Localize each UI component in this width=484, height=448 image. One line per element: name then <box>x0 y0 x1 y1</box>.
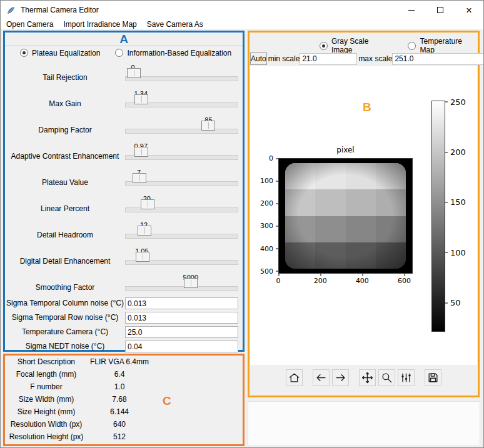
pixel-patch <box>315 242 345 269</box>
pixel-patch <box>376 189 406 216</box>
auto-button[interactable]: Auto <box>250 52 267 65</box>
slider-row-digital-detail-enhancement: Digital Detail Enhancement 1.05 <box>5 244 243 270</box>
slider-label: Plateau Value <box>5 165 125 191</box>
colorbar-tick-label: 150 <box>450 197 466 207</box>
radio-information-based-equalization[interactable]: Information-Based Equalization <box>115 49 231 57</box>
slider-track[interactable] <box>125 181 238 186</box>
table-row[interactable]: Focal length (mm) 6.4 <box>5 368 243 381</box>
home-icon <box>288 372 300 384</box>
pixel-patch <box>285 216 315 242</box>
pixel-patch <box>315 189 345 216</box>
zoom-button[interactable] <box>378 369 395 386</box>
slider-track[interactable] <box>125 234 238 239</box>
slider-handle[interactable] <box>127 68 141 78</box>
slider-row-detail-headroom: Detail Headroom 12 <box>5 217 243 244</box>
table-row[interactable]: Resolution Width (px) 640 <box>5 418 243 431</box>
minimize-button[interactable] <box>397 1 426 19</box>
colorbar-tick-label: 50 <box>450 298 461 307</box>
scale-controls-row: Auto min scale max scale <box>250 52 477 65</box>
slider-handle[interactable] <box>184 278 198 288</box>
field-row-sigma-temporal-row-noise: Sigma Temporal Row noise (°C) <box>5 311 243 325</box>
info-label: Resolution Height (px) <box>5 432 88 441</box>
slider-track[interactable] <box>125 286 238 291</box>
field-label: Temperature Camera (°C) <box>5 328 125 336</box>
radio-label: Information-Based Equalization <box>127 49 231 57</box>
slider-handle[interactable] <box>136 252 149 262</box>
radio-plateau-equalization[interactable]: Plateau Equalization <box>20 49 100 57</box>
min-scale-input[interactable] <box>300 53 357 65</box>
status-area <box>248 401 480 446</box>
pixel-patch <box>285 189 315 216</box>
close-icon: × <box>466 5 472 16</box>
info-value: FLIR VGA 6.4mm <box>88 357 151 366</box>
table-row[interactable]: Size Height (mm) 6.144 <box>5 406 243 418</box>
slider-track[interactable] <box>125 102 238 107</box>
slider-track[interactable] <box>125 76 238 81</box>
table-row[interactable]: Short Description FLIR VGA 6.4mm <box>5 356 243 368</box>
menu-save-camera-as[interactable]: Save Camera As <box>142 19 208 29</box>
slider-label: Max Gain <box>5 86 125 112</box>
colorbar <box>431 101 445 332</box>
maximize-button[interactable] <box>426 1 455 19</box>
info-label: Size Width (mm) <box>5 395 88 404</box>
table-row[interactable]: Size Width (mm) 7.68 <box>5 393 243 406</box>
slider-track[interactable] <box>125 207 238 212</box>
x-tick-label: 600 <box>398 277 411 285</box>
save-figure-button[interactable] <box>425 369 441 386</box>
equalization-mode-row: Plateau Equalization Information-Based E… <box>5 46 243 60</box>
table-row[interactable]: F number 1.0 <box>5 381 243 393</box>
field-label: Sigma Temporal Row noise (°C) <box>5 314 125 322</box>
display-mode-row: Gray Scale Image Temperature Map <box>250 37 478 54</box>
slider-handle[interactable] <box>201 121 215 131</box>
y-tick-label: 100 <box>260 177 273 185</box>
save-icon <box>427 372 439 384</box>
field-label: Sigma Temporal Column noise (°C) <box>5 299 125 307</box>
slider-handle[interactable] <box>138 226 151 236</box>
back-button[interactable] <box>313 369 330 386</box>
max-scale-input[interactable] <box>392 53 484 65</box>
slider-row-adaptive-contrast-enhancement: Adaptive Contrast Enhancement 0.97 <box>5 139 243 165</box>
maximize-icon <box>437 7 443 13</box>
info-value: 512 <box>88 432 151 441</box>
slider-handle[interactable] <box>133 173 146 183</box>
pixel-patch <box>315 216 345 242</box>
configure-subplots-button[interactable] <box>398 369 415 386</box>
matplotlib-canvas[interactable]: pixel 0100200300400500 0200400600 250200… <box>250 66 477 365</box>
annotation-letter-c: C <box>163 394 171 408</box>
slider-track[interactable] <box>125 129 238 134</box>
sigma-temporal-column-noise-input[interactable] <box>125 297 238 309</box>
menu-open-camera[interactable]: Open Camera <box>1 19 58 29</box>
menu-import-irradiance-map[interactable]: Import Irradiance Map <box>58 19 141 29</box>
y-tick-label: 0 <box>269 154 273 162</box>
radio-temperature-map[interactable]: Temperature Map <box>408 37 478 54</box>
forward-button[interactable] <box>332 369 349 386</box>
pixel-patch <box>376 163 406 189</box>
slider-handle[interactable] <box>141 199 154 209</box>
window-title: Thermal Camera Editor <box>21 6 99 14</box>
slider-handle[interactable] <box>134 147 148 157</box>
pixel-patch <box>346 242 376 269</box>
annotation-letter-a: A <box>5 32 243 46</box>
pan-button[interactable] <box>359 369 376 386</box>
forward-arrow-icon <box>335 372 346 384</box>
min-scale-label: min scale <box>268 54 300 63</box>
slider-track[interactable] <box>125 260 238 265</box>
temperature-camera-input[interactable] <box>125 326 238 338</box>
slider-handle[interactable] <box>134 94 148 104</box>
table-row[interactable]: Resolution Height (px) 512 <box>5 431 243 443</box>
slider-track[interactable] <box>125 155 238 160</box>
sigma-temporal-row-noise-input[interactable] <box>125 312 238 324</box>
info-value: 6.144 <box>88 407 151 416</box>
radio-icon <box>320 42 328 50</box>
pixel-patch <box>346 163 376 189</box>
pixel-patch <box>346 189 376 216</box>
radio-gray-scale-image[interactable]: Gray Scale Image <box>320 37 390 54</box>
colorbar-tick-label: 100 <box>450 247 466 257</box>
pixel-patch <box>315 163 345 189</box>
y-tick-label: 500 <box>260 267 273 275</box>
sigma-nedt-noise-input[interactable] <box>125 341 238 352</box>
slider-label: Detail Headroom <box>5 217 125 244</box>
home-button[interactable] <box>286 369 303 386</box>
close-button[interactable]: × <box>455 1 483 19</box>
info-label: F number <box>5 382 88 391</box>
